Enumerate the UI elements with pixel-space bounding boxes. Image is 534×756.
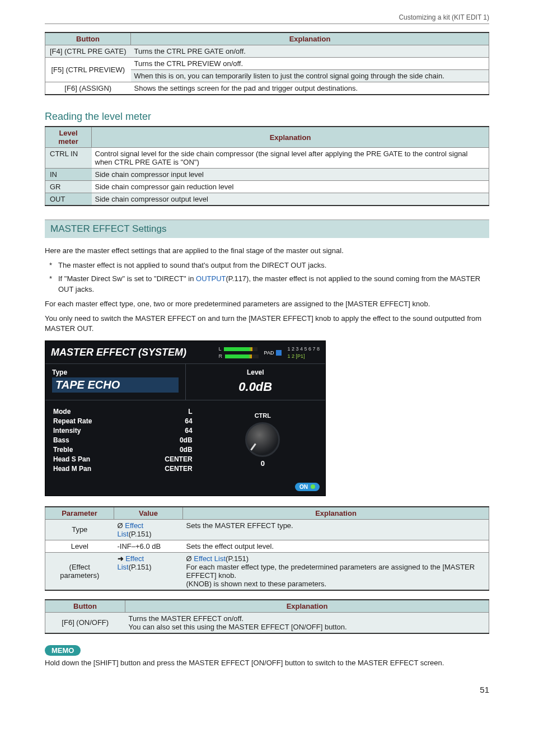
lm-gr-exp: Side chain compressor gain reduction lev… <box>92 181 489 193</box>
lm-in-exp: Side chain compressor input level <box>92 169 489 181</box>
parameter-table: Parameter Value Explanation Type Ø Effec… <box>45 506 489 591</box>
th-lm-explanation: Explanation <box>92 127 489 148</box>
meter-r-label: R <box>219 353 223 360</box>
th-button-2: Button <box>45 600 125 613</box>
level-label: Level <box>193 368 319 376</box>
btn-f6-exp: Shows the settings screen for the pad an… <box>131 82 489 95</box>
page-number: 51 <box>45 685 489 694</box>
memo-badge: MEMO <box>45 645 81 656</box>
btn-f6-onoff-exp: Turns the MASTER EFFECT on/off. You can … <box>125 612 489 633</box>
shot-lr-meters: L R <box>219 346 259 360</box>
meter-r-bar <box>225 354 259 358</box>
param-value: 0dB <box>180 446 193 454</box>
th-button: Button <box>45 32 131 45</box>
meter-l-bar <box>224 347 257 351</box>
param-value: CENTER <box>165 465 192 473</box>
numbers-row1: 1 2 3 4 5 6 7 8 <box>287 346 320 353</box>
btn-f5: [F5] (CTRL PREVIEW) <box>45 58 131 82</box>
button-table-1: Button Explanation [F4] (CTRL PRE GATE) … <box>45 32 489 95</box>
heading-level-meter: Reading the level meter <box>45 111 489 123</box>
param-name: Repeat Rate <box>53 417 92 425</box>
memo-text: Hold down the [SHIFT] button and press t… <box>45 658 489 668</box>
ctrl-knob-value: 0 <box>261 459 265 468</box>
param-type-exp: Sets the MASTER EFFECT type. <box>183 519 489 540</box>
breadcrumb: Customizing a kit (KIT EDIT 1) <box>45 13 489 24</box>
master-note-2: If "Master Direct Sw" is set to "DIRECT"… <box>58 274 489 294</box>
param-value: L <box>188 408 192 416</box>
type-label: Type <box>52 368 179 376</box>
ref-p151-2: (P.151) <box>129 563 152 571</box>
param-name: Mode <box>53 408 71 416</box>
level-value: 0.0dB <box>193 377 319 395</box>
numbers-row2: 1 2 [P1] <box>287 353 320 360</box>
exp-b: You can also set this using the MASTER E… <box>129 623 486 631</box>
th-explanation-2: Explanation <box>125 600 489 613</box>
param-effect-params-value: ➜ Effect List(P.151) <box>114 552 183 590</box>
exp-line2: For each master effect type, the predete… <box>186 563 486 580</box>
btn-f5-exp-b: When this is on, you can temporarily lis… <box>131 70 489 82</box>
exp-a: Turns the MASTER EFFECT on/off. <box>129 614 486 623</box>
param-name: Head S Pan <box>53 455 90 463</box>
btn-f4: [F4] (CTRL PRE GATE) <box>45 45 131 58</box>
ctrl-knob-label: CTRL <box>255 412 271 419</box>
ref-p151-1: (P.151) <box>129 530 152 538</box>
arrow-icon: ➜ <box>118 554 126 563</box>
param-name: Head M Pan <box>53 465 91 473</box>
th-explanation: Explanation <box>131 32 489 45</box>
param-name: Intensity <box>53 427 81 435</box>
th-explanation: Explanation <box>183 507 489 520</box>
oslash-icon: Ø <box>118 521 125 530</box>
param-value: 64 <box>185 427 192 435</box>
btn-f5-exp-a: Turns the CTRL PREVIEW on/off. <box>131 58 489 70</box>
param-name: Treble <box>53 446 73 454</box>
param-effect-params-exp: Ø Effect List(P.151) For each master eff… <box>183 552 489 590</box>
master-effect-screenshot: MASTER EFFECT (SYSTEM) L R PAD 1 2 3 4 5… <box>45 340 326 496</box>
lm-out-exp: Side chain compressor output level <box>92 193 489 206</box>
link-output[interactable]: OUTPUT <box>196 274 226 283</box>
pad-label: PAD <box>264 350 274 356</box>
lm-ctrlin: CTRL IN <box>45 148 92 169</box>
btn-f6-onoff: [F6] (ON/OFF) <box>45 612 125 633</box>
master-p2: For each master effect type, one, two or… <box>45 299 489 309</box>
param-effect-params: (Effect parameters) <box>45 552 114 590</box>
exp-line3: (KNOB) is shown next to these parameters… <box>186 580 486 588</box>
pad-indicator-icon <box>276 350 282 356</box>
param-value: CENTER <box>165 455 192 463</box>
master-p3: You only need to switch the MASTER EFFEC… <box>45 314 489 334</box>
btn-f4-exp: Turns the CTRL PRE GATE on/off. <box>131 45 489 58</box>
param-value: 64 <box>185 417 192 425</box>
ref-p151-3: (P.151) <box>226 554 249 563</box>
heading-master-effect: MASTER EFFECT Settings <box>45 220 489 238</box>
level-meter-table: Level meter Explanation CTRL IN Control … <box>45 126 489 206</box>
meter-l-label: L <box>219 346 222 353</box>
lm-gr: GR <box>45 181 92 193</box>
master-intro: Here are the master effect settings that… <box>45 246 489 256</box>
on-dot-icon <box>311 484 315 489</box>
on-badge: ON <box>295 483 320 491</box>
param-level: Level <box>45 540 114 552</box>
note2-pre: If "Master Direct Sw" is set to "DIRECT"… <box>58 274 196 283</box>
th-parameter: Parameter <box>45 507 114 520</box>
button-table-2: Button Explanation [F6] (ON/OFF) Turns t… <box>45 599 489 634</box>
type-value: TAPE ECHO <box>52 377 179 393</box>
ctrl-knob-icon <box>245 422 280 457</box>
btn-f6: [F6] (ASSIGN) <box>45 82 131 95</box>
lm-ctrlin-exp: Control signal level for the side chain … <box>92 148 489 169</box>
param-level-exp: Sets the effect output level. <box>183 540 489 552</box>
param-type: Type <box>45 519 114 540</box>
param-type-value: Ø Effect List(P.151) <box>114 519 183 540</box>
on-text: ON <box>299 484 308 490</box>
master-note-1: The master effect is not applied to soun… <box>58 260 489 270</box>
param-name: Bass <box>53 436 69 444</box>
link-effect-list-3[interactable]: Effect List <box>194 554 226 563</box>
shot-title: MASTER EFFECT (SYSTEM) <box>51 347 186 358</box>
lm-out: OUT <box>45 193 92 206</box>
th-value: Value <box>114 507 183 520</box>
oslash-icon: Ø <box>186 554 194 563</box>
lm-in: IN <box>45 169 92 181</box>
th-level-meter: Level meter <box>45 127 92 148</box>
param-list: ModeL Repeat Rate64 Intensity64 Bass0dB … <box>45 400 200 480</box>
param-level-value: -INF–+6.0 dB <box>114 540 183 552</box>
param-value: 0dB <box>180 436 193 444</box>
